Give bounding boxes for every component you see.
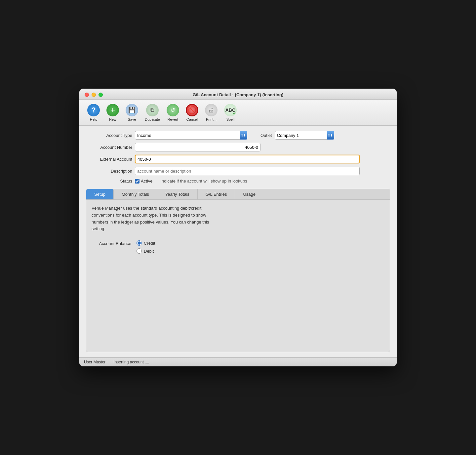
maximize-button[interactable] [99, 93, 103, 97]
save-button[interactable]: 💾 Save [123, 103, 141, 123]
account-balance-row: Account Balance Credit Debit [92, 240, 384, 254]
credit-label: Credit [144, 241, 155, 246]
close-button[interactable] [85, 93, 89, 97]
active-label: Active [141, 179, 152, 184]
external-account-label: External Account [86, 157, 132, 162]
duplicate-button[interactable]: ⧉ Duplicate [142, 103, 163, 123]
external-account-input[interactable] [135, 155, 360, 163]
description-label: Description [86, 169, 132, 174]
outlet-select[interactable]: Company 1 Company 2 [275, 131, 334, 140]
revert-button[interactable]: ↺ Revert [164, 103, 182, 123]
active-checkbox[interactable] [135, 179, 139, 184]
setup-description: Venue Manager uses the standard accounti… [92, 205, 224, 232]
outlet-label: Outlet [260, 133, 272, 138]
debit-label: Debit [144, 249, 154, 254]
cancel-button[interactable]: 🚫 Cancel [183, 103, 201, 123]
spell-label: Spell [226, 117, 234, 121]
tab-content-setup: Venue Manager uses the standard accounti… [86, 200, 390, 352]
minimize-button[interactable] [92, 93, 96, 97]
traffic-lights [85, 93, 103, 97]
cancel-icon: 🚫 [186, 104, 198, 116]
outlet-row: Outlet Company 1 Company 2 ⬆⬇ [260, 131, 334, 140]
tabs-container: Setup Monthly Totals Yearly Totals G/L E… [86, 189, 390, 352]
inserting-status-text: Inserting account .... [113, 360, 149, 364]
status-hint: Indicate if the account will show up in … [160, 179, 247, 184]
balance-radio-group: Credit Debit [137, 240, 155, 254]
revert-label: Revert [168, 117, 178, 121]
tab-monthly-totals[interactable]: Monthly Totals [114, 189, 157, 199]
help-label: Help [90, 117, 98, 121]
account-number-label: Account Number [86, 145, 132, 150]
status-bar: User Master Inserting account .... [79, 357, 397, 366]
account-type-row: Account Type Income Expense Asset Liabil… [86, 131, 390, 140]
description-row: Description [86, 167, 390, 175]
description-input[interactable] [135, 167, 360, 175]
tab-usage[interactable]: Usage [235, 189, 263, 199]
spell-check-icon: ✓ [233, 111, 236, 116]
title-bar: G/L Account Detail - {Company 1} (insert… [79, 89, 397, 100]
spell-icon: ABC ✓ [224, 104, 237, 116]
credit-radio-item[interactable]: Credit [137, 240, 155, 246]
duplicate-label: Duplicate [145, 117, 160, 121]
print-icon: 🖨 [205, 104, 218, 116]
tab-setup[interactable]: Setup [86, 189, 114, 199]
status-label: Status [86, 179, 132, 184]
print-label: Print... [206, 117, 217, 121]
help-icon: ? [87, 104, 100, 116]
outlet-select-wrapper: Company 1 Company 2 ⬆⬇ [275, 131, 334, 140]
user-master-text: User Master [84, 360, 105, 364]
revert-icon: ↺ [167, 104, 179, 116]
cancel-label: Cancel [186, 117, 198, 121]
account-type-select[interactable]: Income Expense Asset Liability Equity [135, 131, 247, 140]
toolbar: ? Help + New 💾 Save ⧉ Duplicate ↺ Revert… [79, 100, 397, 126]
account-balance-label: Account Balance [92, 240, 131, 246]
account-type-select-wrapper: Income Expense Asset Liability Equity ⬆⬇ [135, 131, 247, 140]
new-icon: + [106, 104, 119, 116]
debit-radio[interactable] [137, 248, 142, 254]
help-button[interactable]: ? Help [85, 103, 102, 123]
new-label: New [109, 117, 116, 121]
save-icon: 💾 [126, 104, 138, 116]
tab-yearly-totals[interactable]: Yearly Totals [157, 189, 198, 199]
spell-button[interactable]: ABC ✓ Spell [221, 103, 239, 123]
debit-radio-item[interactable]: Debit [137, 248, 155, 254]
external-account-row: External Account [86, 155, 390, 163]
window-title: G/L Account Detail - {Company 1} (insert… [193, 92, 283, 97]
account-number-input[interactable] [135, 143, 260, 151]
content-area: Account Type Income Expense Asset Liabil… [79, 126, 397, 357]
print-button[interactable]: 🖨 Print... [202, 103, 220, 123]
tab-gl-entries[interactable]: G/L Entries [198, 189, 235, 199]
status-row: Status Active Indicate if the account wi… [86, 179, 390, 184]
tabs-header: Setup Monthly Totals Yearly Totals G/L E… [86, 189, 390, 200]
save-label: Save [128, 117, 136, 121]
credit-radio[interactable] [137, 240, 142, 246]
main-window: G/L Account Detail - {Company 1} (insert… [79, 89, 397, 366]
duplicate-icon: ⧉ [146, 104, 159, 116]
account-type-label: Account Type [86, 133, 132, 138]
account-number-row: Account Number [86, 143, 390, 151]
new-button[interactable]: + New [104, 103, 122, 123]
